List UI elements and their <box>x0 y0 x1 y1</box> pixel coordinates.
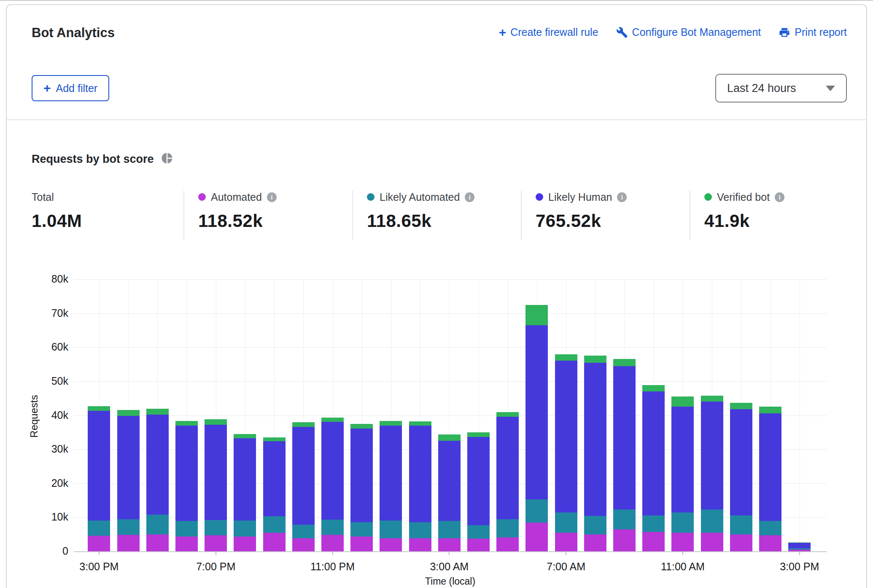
bar-segment-likely-automated[interactable] <box>555 512 577 533</box>
bar-segment-likely-human[interactable] <box>613 366 636 510</box>
bar-segment-verified-bot[interactable] <box>671 396 694 406</box>
bar-segment-verified-bot[interactable] <box>525 305 548 325</box>
bar-segment-verified-bot[interactable] <box>321 418 344 422</box>
bar-segment-likely-human[interactable] <box>759 413 781 521</box>
bar-segment-likely-automated[interactable] <box>234 521 256 536</box>
chart-bar-3-00-pm[interactable] <box>88 406 110 551</box>
configure-bot-management-link[interactable]: Configure Bot Management <box>616 26 761 38</box>
bar-segment-likely-automated[interactable] <box>350 522 373 537</box>
bar-segment-likely-automated[interactable] <box>467 525 490 539</box>
bar-segment-likely-automated[interactable] <box>759 521 781 535</box>
chart-bar-8-00-pm[interactable] <box>234 434 256 551</box>
bar-segment-automated[interactable] <box>555 533 577 551</box>
bar-segment-likely-human[interactable] <box>788 543 811 548</box>
chart-bar-7-00-pm[interactable] <box>205 419 227 551</box>
bar-segment-automated[interactable] <box>730 534 752 551</box>
chart-bar-1-00-am[interactable] <box>380 421 402 551</box>
bar-segment-likely-automated[interactable] <box>321 520 344 535</box>
bar-segment-automated[interactable] <box>146 534 169 551</box>
bar-segment-likely-automated[interactable] <box>263 516 286 533</box>
bar-segment-likely-automated[interactable] <box>88 521 110 536</box>
bar-segment-verified-bot[interactable] <box>759 407 781 413</box>
bar-segment-verified-bot[interactable] <box>409 421 431 426</box>
chart-bar-6-00-pm[interactable] <box>175 421 198 551</box>
chart-bar-12-00-am[interactable] <box>350 424 373 551</box>
bar-segment-automated[interactable] <box>642 532 665 551</box>
bar-segment-automated[interactable] <box>234 537 256 551</box>
bar-segment-automated[interactable] <box>613 529 636 551</box>
bar-segment-likely-automated[interactable] <box>292 525 315 538</box>
bar-segment-automated[interactable] <box>701 533 723 551</box>
bar-segment-verified-bot[interactable] <box>117 410 140 416</box>
info-icon[interactable]: i <box>617 192 627 202</box>
create-firewall-rule-link[interactable]: + Create firewall rule <box>499 26 598 38</box>
bar-segment-likely-automated[interactable] <box>730 515 752 534</box>
bar-segment-verified-bot[interactable] <box>292 422 315 427</box>
bar-segment-likely-human[interactable] <box>380 426 402 521</box>
bar-segment-automated[interactable] <box>584 534 606 551</box>
bar-segment-verified-bot[interactable] <box>350 424 373 428</box>
chart-bar-4-00-am[interactable] <box>467 432 490 551</box>
bar-segment-verified-bot[interactable] <box>613 359 636 366</box>
chart-bar-8-00-am[interactable] <box>584 356 606 551</box>
bar-segment-verified-bot[interactable] <box>467 432 490 437</box>
chart-bar-12-00-pm[interactable] <box>701 396 723 551</box>
info-icon[interactable]: i <box>267 192 277 202</box>
chart-bar-10-00-am[interactable] <box>642 385 665 551</box>
bar-segment-likely-human[interactable] <box>438 441 461 521</box>
chart-bar-2-00-am[interactable] <box>409 421 431 551</box>
chart-bar-4-00-pm[interactable] <box>117 410 140 551</box>
bar-segment-likely-human[interactable] <box>701 402 723 510</box>
bar-segment-verified-bot[interactable] <box>555 354 577 361</box>
bar-segment-verified-bot[interactable] <box>205 419 227 425</box>
bar-segment-likely-human[interactable] <box>642 391 665 515</box>
bar-segment-automated[interactable] <box>380 538 402 551</box>
bar-segment-automated[interactable] <box>292 538 315 551</box>
bar-segment-verified-bot[interactable] <box>175 421 198 425</box>
bar-segment-automated[interactable] <box>759 535 781 551</box>
bar-segment-likely-human[interactable] <box>496 417 519 519</box>
bar-segment-verified-bot[interactable] <box>584 356 606 363</box>
bar-segment-likely-human[interactable] <box>350 429 373 522</box>
chart-bar-1-00-pm[interactable] <box>730 403 752 551</box>
bar-segment-likely-human[interactable] <box>671 407 694 513</box>
bar-segment-likely-human[interactable] <box>146 415 169 515</box>
bar-segment-likely-automated[interactable] <box>701 510 723 533</box>
bar-segment-likely-human[interactable] <box>467 437 490 525</box>
bar-segment-automated[interactable] <box>263 533 286 551</box>
bar-segment-likely-human[interactable] <box>292 427 315 525</box>
bar-segment-automated[interactable] <box>175 537 198 551</box>
bar-segment-verified-bot[interactable] <box>146 409 169 415</box>
chart-bar-11-00-pm[interactable] <box>321 418 344 551</box>
bar-segment-likely-automated[interactable] <box>146 515 169 534</box>
bar-segment-automated[interactable] <box>438 538 461 551</box>
bar-segment-automated[interactable] <box>409 538 431 551</box>
bar-segment-automated[interactable] <box>671 533 694 551</box>
info-icon[interactable]: i <box>465 192 474 202</box>
bar-segment-verified-bot[interactable] <box>263 437 286 441</box>
time-range-dropdown[interactable]: Last 24 hours <box>715 74 847 102</box>
bar-segment-likely-human[interactable] <box>205 425 227 520</box>
bar-segment-automated[interactable] <box>496 537 519 551</box>
bar-segment-likely-human[interactable] <box>321 422 344 520</box>
bar-segment-likely-human[interactable] <box>117 416 140 519</box>
bar-segment-likely-automated[interactable] <box>175 521 198 536</box>
info-icon[interactable]: i <box>775 192 784 202</box>
chart-bar-10-00-pm[interactable] <box>292 422 315 551</box>
bar-segment-likely-human[interactable] <box>555 361 577 512</box>
chart-bar-2-00-pm[interactable] <box>759 407 781 551</box>
bar-segment-likely-automated[interactable] <box>671 512 694 533</box>
bar-segment-automated[interactable] <box>117 535 140 551</box>
bar-segment-likely-human[interactable] <box>584 363 606 516</box>
bar-segment-verified-bot[interactable] <box>88 406 110 411</box>
bar-segment-verified-bot[interactable] <box>496 412 519 416</box>
bar-segment-likely-human[interactable] <box>234 438 256 521</box>
bar-segment-automated[interactable] <box>205 535 227 551</box>
bar-segment-likely-human[interactable] <box>175 426 198 521</box>
chart-bar-3-00-am[interactable] <box>438 434 461 551</box>
bar-segment-likely-automated[interactable] <box>613 510 636 530</box>
chart-bar-3-00-pm[interactable] <box>788 542 811 551</box>
print-report-link[interactable]: Print report <box>779 26 847 38</box>
chart-bar-5-00-pm[interactable] <box>146 409 169 551</box>
bar-segment-likely-human[interactable] <box>263 441 286 516</box>
